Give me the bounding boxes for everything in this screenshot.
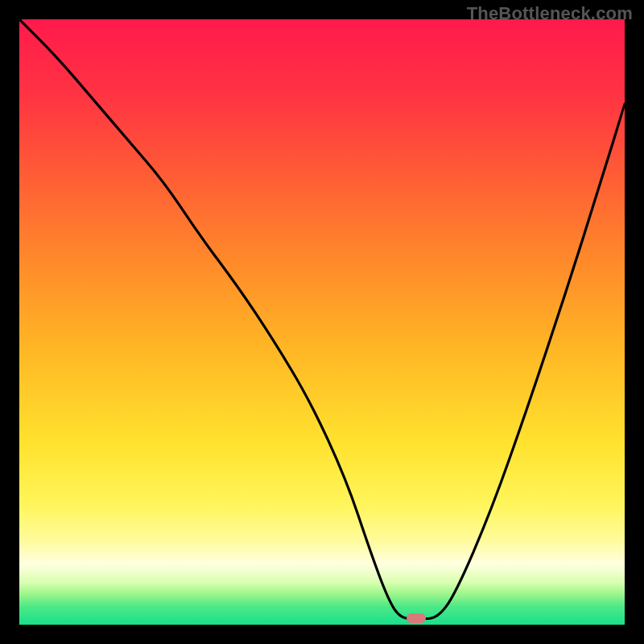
chart-frame: TheBottleneck.com [0, 0, 644, 644]
watermark-label: TheBottleneck.com [467, 3, 633, 24]
optimal-marker [407, 613, 426, 623]
bottleneck-curve [19, 19, 625, 625]
plot-area [19, 19, 625, 625]
